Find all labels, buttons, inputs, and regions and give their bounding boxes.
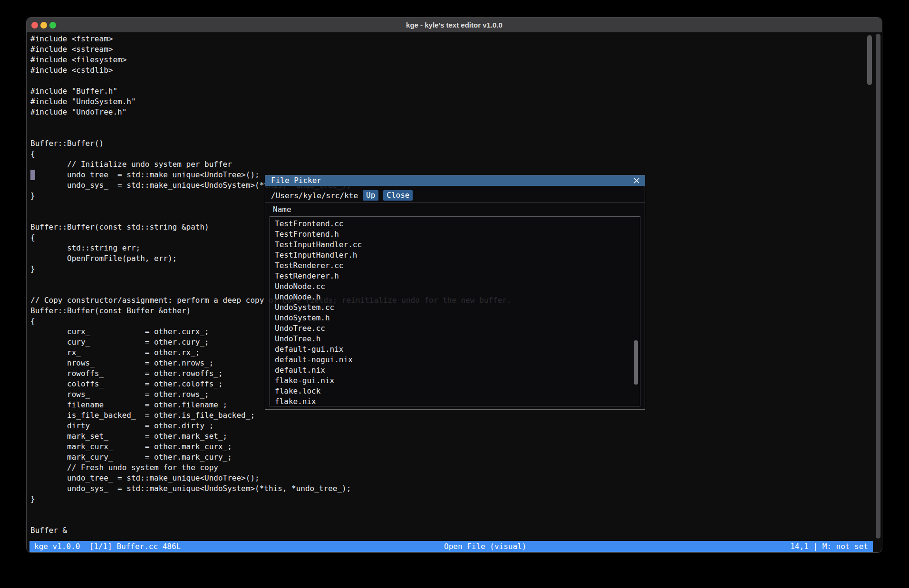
file-picker-titlebar[interactable]: File Picker — [265, 175, 645, 186]
app-window: kge - kyle's text editor v1.0.0 #include… — [26, 17, 882, 553]
status-cursor-position: 14,1 | M: not set — [790, 541, 868, 552]
window-scrollbar-track[interactable] — [876, 34, 880, 539]
picker-separator — [265, 202, 645, 202]
file-list-scrollbar-thumb[interactable] — [634, 340, 638, 385]
file-list-item[interactable]: UndoTree.cc — [270, 323, 640, 334]
file-list: TestFrontend.ccTestFrontend.hTestInputHa… — [270, 216, 640, 406]
up-button[interactable]: Up — [363, 190, 378, 201]
file-list-rows: TestFrontend.ccTestFrontend.hTestInputHa… — [270, 219, 640, 406]
file-picker-dialog: File Picker /Users/kyle/src/kte Up Close… — [265, 175, 645, 410]
file-list-item[interactable]: flake-gui.nix — [270, 376, 640, 386]
file-list-item[interactable]: UndoNode.h — [270, 292, 640, 302]
current-path: /Users/kyle/src/kte — [271, 191, 358, 200]
dialog-close-button[interactable]: Close — [383, 190, 413, 201]
file-picker-path-row: /Users/kyle/src/kte Up Close — [271, 189, 413, 202]
status-bar: kge v1.0.0 [1/1] Buffer.cc 486L Open Fil… — [29, 541, 873, 552]
file-list-item[interactable]: TestRenderer.h — [270, 271, 640, 281]
file-list-item[interactable]: default-gui.nix — [270, 344, 640, 355]
file-list-item[interactable]: UndoSystem.h — [270, 313, 640, 323]
file-list-item[interactable]: UndoTree.h — [270, 334, 640, 344]
file-list-item[interactable]: default-nogui.nix — [270, 355, 640, 365]
status-mode: Open File (visual) — [444, 541, 526, 552]
file-list-item[interactable]: UndoSystem.cc — [270, 302, 640, 313]
file-list-item[interactable]: default.nix — [270, 365, 640, 376]
text-cursor — [30, 170, 35, 180]
file-list-item[interactable]: flake.lock — [270, 386, 640, 396]
close-icon[interactable] — [633, 177, 640, 184]
file-list-item[interactable]: UndoNode.cc — [270, 281, 640, 292]
file-picker-title: File Picker — [271, 175, 321, 186]
file-list-item[interactable]: TestRenderer.cc — [270, 260, 640, 271]
file-list-item[interactable]: TestFrontend.cc — [270, 219, 640, 229]
editor-scrollbar-thumb[interactable] — [867, 35, 872, 85]
status-app-info: kge v1.0.0 [1/1] Buffer.cc 486L — [34, 541, 181, 552]
window-titlebar: kge - kyle's text editor v1.0.0 — [27, 18, 882, 32]
file-list-item[interactable]: TestInputHandler.h — [270, 250, 640, 260]
window-title: kge - kyle's text editor v1.0.0 — [27, 18, 882, 32]
file-list-item[interactable]: flake.nix — [270, 396, 640, 406]
file-list-item[interactable]: TestFrontend.h — [270, 229, 640, 240]
file-list-item[interactable]: TestInputHandler.cc — [270, 240, 640, 250]
file-list-column-header: Name — [273, 204, 291, 215]
